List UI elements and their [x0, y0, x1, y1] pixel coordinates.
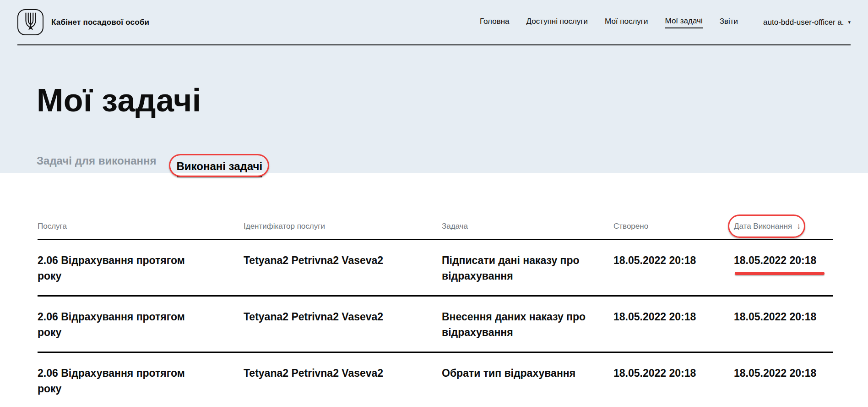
cell-service: 2.06 Відрахування протягом року [38, 365, 244, 396]
cell-identifier: Tetyana2 Petrivna2 Vaseva2 [244, 309, 442, 340]
column-header-created[interactable]: Створено [613, 222, 734, 231]
app-logo[interactable] [17, 9, 43, 35]
column-header-completion-date-label: Дата Виконання [734, 222, 792, 231]
ukraine-trident-icon [23, 12, 38, 33]
user-name: auto-bdd-user-officer a. [763, 18, 844, 27]
nav-item-my-tasks[interactable]: Мої задачі [665, 16, 703, 28]
cell-completed: 18.05.2022 20:18 [734, 309, 833, 340]
cell-completed: 18.05.2022 20:18 [734, 253, 833, 284]
page-title: Мої задачі [0, 45, 868, 118]
nav-item-reports[interactable]: Звіти [720, 17, 738, 28]
user-menu[interactable]: auto-bdd-user-officer a. ▾ [763, 18, 851, 27]
tab-completed-tasks[interactable]: Виконані задачі [177, 160, 263, 177]
table-header-row: Послуга Ідентифікатор послуги Задача Ств… [38, 221, 833, 240]
sort-descending-icon[interactable]: ↓ [797, 221, 801, 231]
table-row[interactable]: 2.06 Відрахування протягом року Tetyana2… [38, 353, 833, 407]
cell-task: Внесення даних наказу про відрахування [442, 309, 613, 340]
table-row[interactable]: 2.06 Відрахування протягом року Tetyana2… [38, 297, 833, 353]
table-row[interactable]: 2.06 Відрахування протягом року Tetyana2… [38, 240, 833, 297]
main-nav: Головна Доступні послуги Мої послуги Мої… [480, 16, 851, 28]
nav-item-available-services[interactable]: Доступні послуги [526, 17, 588, 28]
cell-created: 18.05.2022 20:18 [613, 309, 734, 340]
hero-section: Кабінет посадової особи Головна Доступні… [0, 0, 868, 173]
tasks-tabs: Задачі для виконання Виконані задачі [37, 154, 262, 173]
annotation-underline-completion-date [735, 272, 825, 275]
cell-identifier: Tetyana2 Petrivna2 Vaseva2 [244, 253, 442, 284]
app-title: Кабінет посадової особи [51, 18, 149, 27]
cell-task: Обрати тип відрахування [442, 365, 613, 396]
top-navigation-bar: Кабінет посадової особи Головна Доступні… [17, 0, 851, 45]
cell-task: Підписати дані наказу про відрахування [442, 253, 613, 284]
cell-service: 2.06 Відрахування протягом року [38, 309, 244, 340]
nav-item-my-services[interactable]: Мої послуги [605, 17, 648, 28]
cell-service: 2.06 Відрахування протягом року [38, 253, 244, 284]
cell-created: 18.05.2022 20:18 [613, 365, 734, 396]
column-header-task[interactable]: Задача [442, 222, 613, 231]
completed-tasks-table: Послуга Ідентифікатор послуги Задача Ств… [0, 221, 868, 407]
cell-identifier: Tetyana2 Petrivna2 Vaseva2 [244, 365, 442, 396]
column-header-service-identifier[interactable]: Ідентифікатор послуги [244, 222, 442, 231]
column-header-service[interactable]: Послуга [38, 222, 244, 231]
cell-completed-value: 18.05.2022 20:18 [734, 254, 816, 266]
cell-completed: 18.05.2022 20:18 [734, 365, 833, 396]
nav-item-home[interactable]: Головна [480, 17, 510, 28]
tab-tasks-to-do[interactable]: Задачі для виконання [37, 154, 157, 173]
column-header-completion-date[interactable]: Дата Виконання ↓ [734, 221, 801, 231]
chevron-down-icon: ▾ [848, 20, 851, 25]
cell-created: 18.05.2022 20:18 [613, 253, 734, 284]
